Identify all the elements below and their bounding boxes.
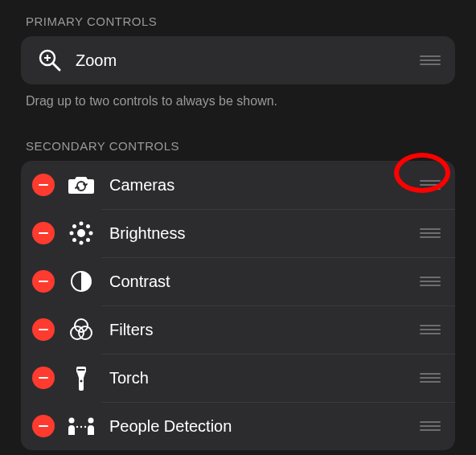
control-row-torch[interactable]: Torch (21, 354, 455, 402)
control-label: Torch (109, 369, 149, 387)
brightness-icon (61, 220, 101, 246)
filters-icon (61, 318, 101, 342)
svg-point-12 (73, 239, 76, 241)
svg-point-11 (87, 225, 89, 228)
remove-button[interactable] (32, 174, 55, 196)
control-row-cameras[interactable]: Cameras (21, 161, 455, 209)
zoom-icon (32, 48, 68, 72)
svg-point-22 (76, 426, 78, 428)
svg-point-6 (80, 242, 83, 244)
drag-handle-icon[interactable] (416, 268, 444, 294)
people-detection-icon (61, 416, 101, 437)
control-row-people-detection[interactable]: People Detection (21, 402, 455, 450)
control-label: People Detection (109, 417, 232, 436)
svg-point-23 (80, 426, 82, 428)
svg-line-1 (53, 64, 60, 70)
drag-handle-icon[interactable] (416, 47, 444, 73)
svg-point-19 (80, 379, 82, 382)
primary-controls-card: Zoom (21, 36, 455, 84)
remove-button[interactable] (32, 270, 55, 293)
svg-point-14 (75, 319, 88, 332)
control-row-zoom[interactable]: Zoom (21, 36, 455, 84)
drag-handle-icon[interactable] (416, 172, 444, 198)
svg-point-10 (87, 239, 89, 241)
svg-point-5 (80, 223, 83, 225)
drag-handle-icon[interactable] (416, 413, 444, 439)
svg-point-4 (77, 229, 85, 237)
drag-handle-icon[interactable] (416, 317, 444, 342)
control-row-contrast[interactable]: Contrast (21, 257, 455, 305)
svg-point-7 (71, 232, 73, 235)
remove-button[interactable] (32, 318, 55, 341)
drag-handle-icon[interactable] (416, 365, 444, 391)
drag-handle-icon[interactable] (416, 220, 444, 246)
primary-hint: Drag up to two controls to always be sho… (21, 84, 455, 125)
svg-point-20 (69, 418, 75, 424)
primary-controls-header: PRIMARY CONTROLS (21, 0, 455, 36)
remove-button[interactable] (32, 222, 55, 244)
control-row-filters[interactable]: Filters (21, 305, 455, 354)
control-label: Cameras (109, 176, 174, 195)
control-label: Contrast (109, 273, 170, 291)
control-row-brightness[interactable]: Brightness (21, 209, 455, 257)
svg-point-24 (84, 426, 86, 428)
remove-button[interactable] (32, 415, 55, 437)
svg-rect-18 (78, 369, 85, 371)
svg-point-9 (73, 225, 76, 228)
secondary-controls-card: Cameras (21, 161, 455, 450)
camera-switch-icon (61, 174, 101, 195)
control-label: Brightness (109, 224, 186, 243)
svg-point-16 (79, 326, 92, 339)
svg-point-21 (88, 418, 94, 424)
control-label: Zoom (76, 51, 117, 70)
remove-button[interactable] (32, 367, 55, 389)
torch-icon (61, 365, 101, 391)
secondary-controls-header: SECONDARY CONTROLS (21, 125, 455, 161)
svg-point-8 (90, 232, 92, 235)
control-label: Filters (109, 321, 153, 339)
contrast-icon (61, 270, 101, 293)
